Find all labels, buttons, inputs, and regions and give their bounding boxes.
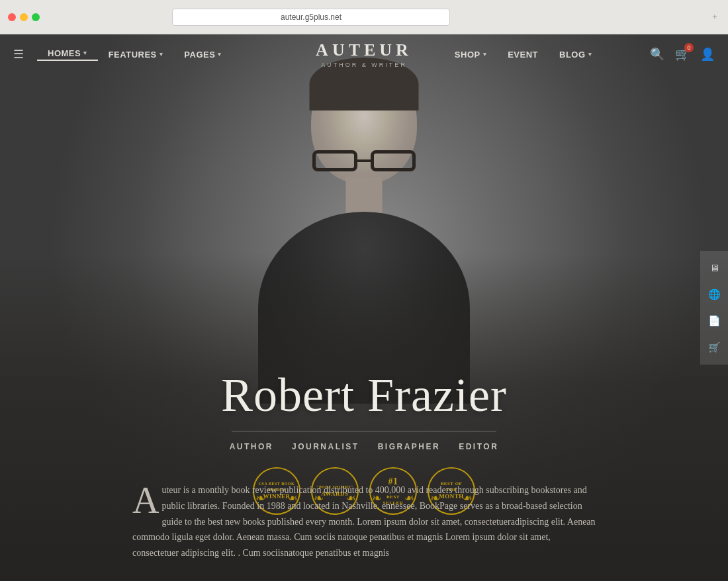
blog-chevron: ▾ — [588, 51, 592, 58]
nav-blog[interactable]: BLOG ▾ — [549, 50, 602, 60]
pages-label: PAGES — [184, 50, 215, 60]
desktop-widget-icon[interactable]: 🖥 — [702, 256, 726, 280]
cart-widget-icon[interactable]: 🛒 — [702, 335, 726, 359]
hero-name: Robert Frazier — [221, 368, 507, 423]
nav-event[interactable]: EVENT — [497, 50, 549, 60]
browser-chrome: auteur.g5plus.net + — [0, 0, 728, 34]
new-tab-button[interactable]: + — [709, 12, 720, 22]
bio-text: Auteur is a monthly book review publicat… — [132, 482, 596, 561]
url-text: auteur.g5plus.net — [281, 13, 341, 22]
logo-subtitle: AUTHOR & WRITER — [316, 62, 412, 68]
glasses-bridge — [357, 159, 371, 162]
minimize-button[interactable] — [20, 13, 28, 21]
shop-label: SHOP — [455, 50, 480, 60]
hamburger-menu[interactable]: ☰ — [13, 47, 24, 62]
pages-chevron: ▾ — [218, 51, 222, 58]
cart-button[interactable]: 🛒 0 — [675, 47, 690, 62]
homes-label: HOMES — [48, 48, 81, 58]
site-wrapper: ☰ HOMES ▾ FEATURES ▾ PAGES ▾ AUTEUR AUTH… — [0, 34, 728, 581]
nav-features[interactable]: FEATURES ▾ — [98, 50, 174, 60]
traffic-lights — [8, 13, 40, 21]
role-journalist: JOURNALIST — [292, 442, 359, 451]
nav-shop[interactable]: SHOP ▾ — [444, 50, 497, 60]
maximize-button[interactable] — [32, 13, 40, 21]
site-logo[interactable]: AUTEUR AUTHOR & WRITER — [316, 40, 412, 68]
nav-homes[interactable]: HOMES ▾ — [37, 48, 98, 61]
globe-widget-icon[interactable]: 🌐 — [702, 283, 726, 306]
role-author: AUTHOR — [230, 442, 273, 451]
blog-label: BLOG — [559, 50, 586, 60]
homes-chevron: ▾ — [83, 50, 87, 56]
search-button[interactable]: 🔍 — [650, 47, 664, 62]
hero-divider — [232, 431, 496, 431]
user-button[interactable]: 👤 — [700, 47, 715, 62]
nav-pages[interactable]: PAGES ▾ — [173, 50, 232, 60]
logo-title: AUTEUR — [316, 40, 412, 60]
nav-links: HOMES ▾ FEATURES ▾ PAGES ▾ — [37, 48, 232, 61]
role-biographer: BIGRAPHER — [378, 442, 441, 451]
glasses-right — [371, 150, 416, 171]
shop-chevron: ▾ — [483, 51, 487, 58]
hero-roles: AUTHOR JOURNALIST BIGRAPHER EDITOR — [230, 442, 499, 451]
close-button[interactable] — [8, 13, 16, 21]
features-label: FEATURES — [109, 50, 157, 60]
role-editor: EDITOR — [459, 442, 498, 451]
sidebar-widgets: 🖥 🌐 📄 🛒 — [700, 251, 728, 365]
nav-links-right: SHOP ▾ EVENT BLOG ▾ — [444, 50, 602, 60]
glasses-left — [312, 150, 357, 171]
nav-right-actions: 🔍 🛒 0 👤 — [650, 47, 715, 62]
glasses — [311, 150, 417, 173]
bio-body: uteur is a monthly book review publicati… — [132, 485, 596, 558]
navbar: ☰ HOMES ▾ FEATURES ▾ PAGES ▾ AUTEUR AUTH… — [0, 34, 728, 74]
document-widget-icon[interactable]: 📄 — [702, 309, 726, 333]
bio-drop-cap: A — [132, 485, 159, 517]
cart-badge: 0 — [684, 43, 694, 52]
address-bar[interactable]: auteur.g5plus.net — [172, 9, 450, 26]
event-label: EVENT — [508, 50, 538, 60]
features-chevron: ▾ — [159, 51, 163, 58]
bio-section: Auteur is a monthly book review publicat… — [0, 469, 728, 581]
